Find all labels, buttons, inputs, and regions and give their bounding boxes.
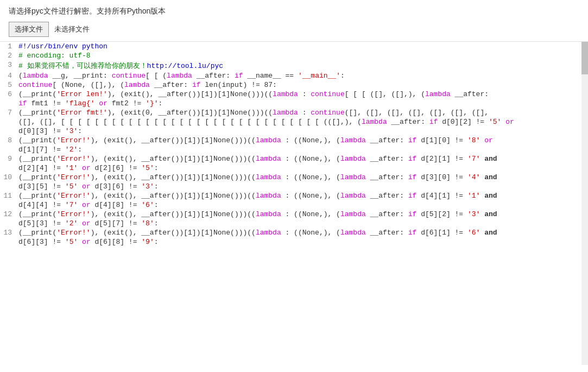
- table-row: d[4][4] != '7' or d[4][8] != '6':: [0, 200, 588, 210]
- line-number: 5: [0, 80, 15, 90]
- table-row: 9 (__print('Error!'), (exit(), __after()…: [0, 154, 588, 163]
- line-code: d[3][5] != '5' or d[3][6] != '3':: [15, 182, 588, 191]
- code-area: 1 #!/usr/bin/env python 2 # encoding: ut…: [0, 42, 588, 365]
- line-number: [0, 163, 15, 173]
- description-text: 请选择pyc文件进行解密。支持所有Python版本: [9, 7, 579, 16]
- line-number: 7: [0, 108, 15, 117]
- line-number: [0, 145, 15, 154]
- line-number: 2: [0, 51, 15, 60]
- line-code: d[5][3] != '2' or d[5][7] != '8':: [15, 219, 588, 228]
- scrollbar-track[interactable]: [581, 42, 588, 365]
- line-number: 4: [0, 71, 15, 80]
- line-code: # 如果觉得不错，可以推荐给你的朋友！http://tool.lu/pyc: [15, 60, 588, 71]
- line-code: d[6][3] != '5' or d[6][8] != '9':: [15, 237, 588, 247]
- line-code: (__print('Error!'), (exit(), __after())[…: [15, 191, 588, 200]
- line-code: if fmt1 != 'flag{' or fmt2 != '}':: [15, 99, 588, 108]
- code-table: 1 #!/usr/bin/env python 2 # encoding: ut…: [0, 42, 588, 247]
- line-code: continue[ (None, ([],), (lambda __after:…: [15, 80, 588, 90]
- line-number: 3: [0, 60, 15, 71]
- line-code: d[0][3] != '3':: [15, 127, 588, 136]
- line-code: (__print('Error fmt!'), (exit(0, __after…: [15, 108, 588, 117]
- line-number: [0, 237, 15, 247]
- table-row: 13 (__print('Error!'), (exit(), __after(…: [0, 228, 588, 237]
- table-row: 10 (__print('Error!'), (exit(), __after(…: [0, 173, 588, 182]
- no-file-label: 未选择文件: [54, 24, 90, 34]
- line-code: (__print('Error!'), (exit(), __after())[…: [15, 136, 588, 145]
- line-number: 10: [0, 173, 15, 182]
- line-number: [0, 117, 15, 127]
- line-number: 9: [0, 154, 15, 163]
- line-number: 11: [0, 191, 15, 200]
- line-number: 6: [0, 90, 15, 99]
- line-code: (__print('Error!'), (exit(), __after())[…: [15, 228, 588, 237]
- line-code: (__print('Error len!'), (exit(), __after…: [15, 90, 588, 99]
- table-row: 5 continue[ (None, ([],), (lambda __afte…: [0, 80, 588, 90]
- line-number: [0, 182, 15, 191]
- line-code: (__print('Error!'), (exit(), __after())[…: [15, 154, 588, 163]
- line-number: 12: [0, 210, 15, 219]
- line-number: [0, 200, 15, 210]
- header: 请选择pyc文件进行解密。支持所有Python版本 选择文件 未选择文件: [0, 0, 588, 42]
- line-code: (lambda __g, __print: continue[ [ (lambd…: [15, 71, 588, 80]
- line-code: ([], ([], [ [ [ [ [ [ [ [ [ [ [ [ [ [ [ …: [15, 117, 588, 127]
- table-row: 2 # encoding: utf-8: [0, 51, 588, 60]
- line-code: (__print('Error!'), (exit(), __after())[…: [15, 173, 588, 182]
- scrollbar-thumb[interactable]: [581, 42, 588, 74]
- line-code: d[1][7] != '2':: [15, 145, 588, 154]
- table-row: 3 # 如果觉得不错，可以推荐给你的朋友！http://tool.lu/pyc: [0, 60, 588, 71]
- line-number: 13: [0, 228, 15, 237]
- line-code: d[4][4] != '7' or d[4][8] != '6':: [15, 200, 588, 210]
- table-row: 7 (__print('Error fmt!'), (exit(0, __aft…: [0, 108, 588, 117]
- table-row: ([], ([], [ [ [ [ [ [ [ [ [ [ [ [ [ [ [ …: [0, 117, 588, 127]
- table-row: d[1][7] != '2':: [0, 145, 588, 154]
- table-row: 4 (lambda __g, __print: continue[ [ (lam…: [0, 71, 588, 80]
- line-number: [0, 219, 15, 228]
- table-row: 8 (__print('Error!'), (exit(), __after()…: [0, 136, 588, 145]
- table-row: d[5][3] != '2' or d[5][7] != '8':: [0, 219, 588, 228]
- line-number: [0, 127, 15, 136]
- line-code: d[2][4] != '1' or d[2][6] != '5':: [15, 163, 588, 173]
- table-row: d[2][4] != '1' or d[2][6] != '5':: [0, 163, 588, 173]
- line-number: 8: [0, 136, 15, 145]
- table-row: 1 #!/usr/bin/env python: [0, 42, 588, 51]
- table-row: d[3][5] != '5' or d[3][6] != '3':: [0, 182, 588, 191]
- table-row: 12 (__print('Error!'), (exit(), __after(…: [0, 210, 588, 219]
- line-number: [0, 99, 15, 108]
- table-row: 11 (__print('Error!'), (exit(), __after(…: [0, 191, 588, 200]
- table-row: d[6][3] != '5' or d[6][8] != '9':: [0, 237, 588, 247]
- table-row: 6 (__print('Error len!'), (exit(), __aft…: [0, 90, 588, 99]
- line-code: (__print('Error!'), (exit(), __after())[…: [15, 210, 588, 219]
- line-number: 1: [0, 42, 15, 51]
- table-row: if fmt1 != 'flag{' or fmt2 != '}':: [0, 99, 588, 108]
- line-code: #!/usr/bin/env python: [15, 42, 588, 51]
- line-code: # encoding: utf-8: [15, 51, 588, 60]
- table-row: d[0][3] != '3':: [0, 127, 588, 136]
- select-file-button[interactable]: 选择文件: [9, 22, 49, 37]
